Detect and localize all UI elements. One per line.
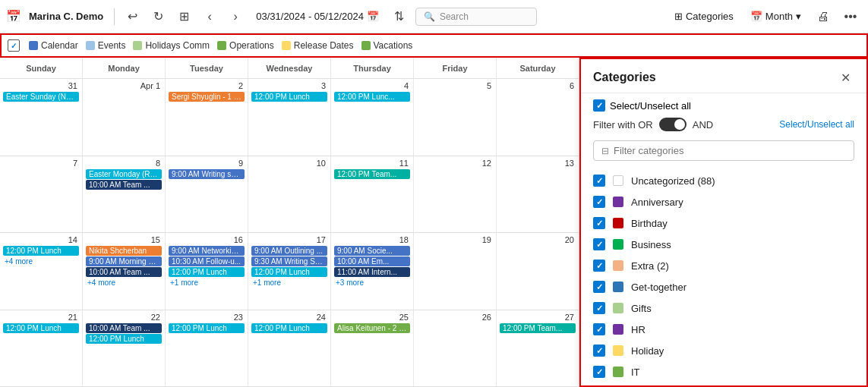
event-bar[interactable]: Easter Sunday (Not a Public Holiday) — [3, 92, 79, 102]
category-color — [613, 260, 623, 271]
category-check[interactable] — [593, 323, 605, 335]
category-check[interactable] — [593, 281, 605, 293]
filter-items: Calendar Events Holidays Comm Operations… — [29, 40, 412, 51]
search-box[interactable]: 🔍 Search — [415, 8, 537, 26]
calendar-view-btn[interactable]: ⊞ — [172, 5, 195, 28]
category-check[interactable] — [593, 175, 605, 187]
prev-btn[interactable]: ‹ — [198, 5, 221, 28]
search-label: Search — [440, 11, 469, 22]
day-number: 9 — [169, 158, 245, 168]
filter-color-dot — [133, 41, 142, 50]
event-bar[interactable]: Nikita Shcherban — [86, 246, 162, 256]
event-bar[interactable]: Alisa Keitunen - 2 day(s) off — [334, 323, 410, 333]
sort-btn[interactable]: ⇅ — [388, 5, 411, 28]
category-label: Business — [631, 239, 671, 250]
filter-item-label: Operations — [229, 40, 274, 51]
category-item[interactable]: IT — [581, 361, 866, 382]
category-check[interactable] — [593, 217, 605, 229]
event-bar[interactable]: 9:00 AM Writing se... — [169, 169, 245, 179]
event-bar[interactable]: 12:00 PM Team... — [334, 169, 410, 179]
event-bar[interactable]: Easter Monday (Regional Holiday) — [86, 169, 162, 179]
category-color — [613, 367, 623, 377]
filter-input-box: ⊟ — [593, 140, 854, 161]
filter-item-label: Release Dates — [294, 40, 354, 51]
event-bar[interactable]: 9:00 AM Outlining ... — [251, 246, 327, 256]
event-bar[interactable]: 12:00 PM Lunch — [251, 323, 327, 333]
event-bar[interactable]: 10:00 AM Team ... — [86, 267, 162, 277]
event-bar[interactable]: 12:00 PM Lunc... — [334, 92, 410, 102]
category-item[interactable]: Birthday — [581, 212, 866, 234]
week-row: 78Easter Monday (Regional Holiday)10:00 … — [0, 156, 579, 234]
refresh-btn[interactable]: ↻ — [147, 5, 169, 28]
event-bar[interactable]: 10:00 AM Team ... — [86, 323, 162, 333]
filter-item[interactable]: Holidays Comm — [133, 40, 210, 51]
event-bar[interactable]: Sergi Shyuglin - 1 d... — [169, 92, 245, 102]
more-link[interactable]: +1 more — [251, 278, 327, 288]
categories-button[interactable]: ⊞ Categories — [668, 8, 740, 25]
event-bar[interactable]: 12:00 PM Lunch — [169, 323, 245, 333]
category-item[interactable]: Extra (2) — [581, 255, 866, 276]
event-bar[interactable]: 9:30 AM Writing Se... — [251, 256, 327, 266]
event-bar[interactable]: 10:00 AM Team ... — [86, 180, 162, 190]
more-link[interactable]: +4 more — [3, 256, 79, 266]
category-check[interactable] — [593, 238, 605, 250]
category-item[interactable]: Uncategorized (88) — [581, 170, 866, 191]
category-item[interactable]: Holiday — [581, 340, 866, 361]
event-bar[interactable]: 12:00 PM Lunch — [86, 334, 162, 344]
categories-list: Uncategorized (88) Anniversary Birthday … — [581, 167, 866, 385]
day-number: 3 — [251, 80, 327, 91]
event-bar[interactable]: 10:30 AM Follow-u... — [169, 256, 245, 266]
event-bar[interactable]: 9:00 AM Morning R... — [86, 256, 162, 266]
day-header: Tuesday — [166, 58, 248, 78]
calendar-area: SundayMondayTuesdayWednesdayThursdayFrid… — [0, 58, 868, 387]
filter-item-label: Holidays Comm — [145, 40, 210, 51]
filter-item[interactable]: Calendar — [29, 40, 78, 51]
category-check[interactable] — [593, 260, 605, 272]
event-bar[interactable]: 9:00 AM Socie... — [334, 246, 410, 256]
category-check[interactable] — [593, 345, 605, 357]
event-bar[interactable]: 12:00 PM Lunch — [3, 246, 79, 256]
event-bar[interactable]: 12:00 PM Lunch — [3, 323, 79, 333]
panel-title: Categories — [593, 71, 656, 84]
more-link[interactable]: +3 more — [334, 278, 410, 288]
more-link[interactable]: +1 more — [169, 278, 245, 288]
category-item[interactable]: Business — [581, 234, 866, 255]
category-item[interactable]: Get-together — [581, 276, 866, 297]
event-bar[interactable]: 10:00 AM Em... — [334, 256, 410, 266]
event-bar[interactable]: 12:00 PM Lunch — [251, 267, 327, 277]
more-btn[interactable]: ••• — [839, 5, 862, 28]
filter-item[interactable]: Vacations — [361, 40, 413, 51]
month-button[interactable]: 📅 Month ▾ — [744, 8, 807, 25]
or-and-toggle[interactable] — [659, 118, 687, 131]
select-unselect-all-button[interactable]: Select/Unselect all — [779, 119, 854, 130]
event-bar[interactable]: 12:00 PM Lunch — [251, 92, 327, 102]
more-link[interactable]: +4 more — [86, 278, 162, 288]
filter-item[interactable]: Operations — [217, 40, 274, 51]
filter-categories-input[interactable] — [614, 145, 846, 156]
event-bar[interactable]: 12:00 PM Lunch — [169, 267, 245, 277]
day-cell: 10 — [248, 156, 331, 233]
close-button[interactable]: ✕ — [836, 68, 854, 87]
select-all-check[interactable] — [593, 99, 605, 112]
category-check[interactable] — [593, 196, 605, 208]
filter-color-dot — [361, 41, 371, 50]
undo-btn[interactable]: ↩ — [121, 5, 144, 28]
event-bar[interactable]: 11:00 AM Intern... — [334, 267, 410, 277]
date-range[interactable]: 03/31/2024 - 05/12/2024 📅 — [250, 8, 385, 25]
all-check[interactable]: ✓ — [8, 39, 20, 52]
filter-item[interactable]: Release Dates — [282, 40, 354, 51]
category-item[interactable]: Anniversary — [581, 191, 866, 212]
category-check[interactable] — [593, 366, 605, 378]
category-item[interactable]: HR — [581, 319, 866, 340]
event-bar[interactable]: 9:00 AM Networkin... — [169, 246, 245, 256]
category-item[interactable]: Meeting (11) — [581, 382, 866, 385]
print-btn[interactable]: 🖨 — [812, 5, 835, 28]
category-check[interactable] — [593, 302, 605, 314]
event-bar[interactable]: 12:00 PM Team... — [500, 323, 576, 333]
filter-bar: ✓ Calendar Events Holidays Comm Operatio… — [0, 33, 868, 58]
category-item[interactable]: Gifts — [581, 297, 866, 319]
category-color — [613, 197, 623, 207]
next-btn[interactable]: › — [224, 5, 247, 28]
day-number: 26 — [417, 312, 493, 322]
filter-item[interactable]: Events — [86, 40, 126, 51]
